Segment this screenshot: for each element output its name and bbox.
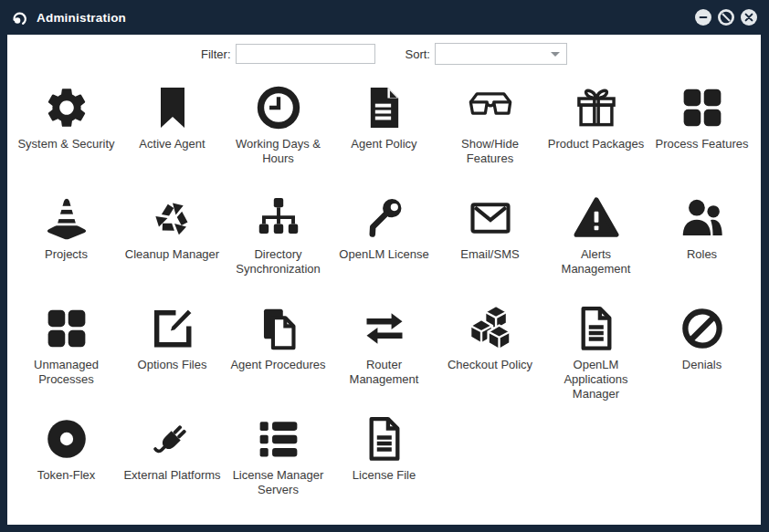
window-controls <box>695 9 757 26</box>
content-panel: Filter: Sort: System & SecurityActive Ag… <box>7 35 761 525</box>
close-button[interactable] <box>741 9 757 26</box>
grid-item-label: Cleanup Manager <box>125 247 219 262</box>
grid-item-openlm-license[interactable]: OpenLM License <box>332 189 437 299</box>
grid-item-denials[interactable]: Denials <box>649 299 755 410</box>
grid-item-process-features[interactable]: Process Features <box>649 78 755 189</box>
grid-item-cleanup-manager[interactable]: Cleanup Manager <box>120 189 226 299</box>
grid-item-router-management[interactable]: Router Management <box>332 299 437 410</box>
people-icon <box>679 189 726 242</box>
grid-item-label: Unmanaged Processes <box>34 358 99 387</box>
traffic-cone-icon <box>43 189 90 242</box>
grid-item-label: Directory Synchronization <box>236 247 321 276</box>
sort-dropdown[interactable] <box>435 43 567 65</box>
slashed-circle-icon <box>719 10 733 25</box>
grid-item-label: Working Days & Hours <box>236 137 321 166</box>
chevron-down-icon <box>551 52 560 57</box>
block-button[interactable] <box>718 9 734 26</box>
transfer-arrows-icon <box>361 299 408 352</box>
gift-icon <box>573 78 620 131</box>
openlm-logo-icon <box>9 8 28 27</box>
grid-item-license-file[interactable]: License File <box>332 410 437 520</box>
warning-triangle-icon <box>573 189 620 242</box>
grid-item-label: Token-Flex <box>37 468 96 483</box>
donut-icon <box>43 410 90 463</box>
x-circle-icon <box>743 11 755 24</box>
grid-item-checkout-policy[interactable]: Checkout Policy <box>437 299 543 410</box>
grid-item-license-manager-servers[interactable]: License Manager Servers <box>226 410 332 520</box>
grid-item-label: Denials <box>682 358 722 372</box>
minimize-button[interactable] <box>695 9 711 26</box>
grid-item-label: Product Packages <box>548 137 645 151</box>
envelope-icon <box>467 189 514 242</box>
grid-item-unmanaged-processes[interactable]: Unmanaged Processes <box>14 299 120 410</box>
grid-item-label: License File <box>353 468 416 483</box>
recycle-icon <box>149 189 196 242</box>
grid-item-label: OpenLM License <box>339 247 428 262</box>
grid-item-agent-procedures[interactable]: Agent Procedures <box>226 299 332 410</box>
grid-item-label: System & Security <box>17 137 114 151</box>
bookmark-icon <box>149 78 196 131</box>
grid-item-token-flex[interactable]: Token-Flex <box>14 410 120 520</box>
grid-item-label: Process Features <box>656 137 749 151</box>
grid-squares-icon <box>679 78 726 131</box>
plug-icon <box>149 410 196 463</box>
grid-item-label: Alerts Management <box>562 247 631 276</box>
toolbar: Filter: Sort: <box>7 43 761 65</box>
filter-input[interactable] <box>236 44 375 64</box>
grid-item-alerts-management[interactable]: Alerts Management <box>543 189 649 299</box>
sitemap-icon <box>255 189 302 242</box>
grid-item-label: Show/Hide Features <box>461 137 519 166</box>
grid-item-label: Projects <box>45 247 88 262</box>
glasses-icon <box>467 78 514 131</box>
grid-item-label: Roles <box>687 247 717 262</box>
cubes-icon <box>467 299 514 352</box>
documents-icon <box>255 299 302 352</box>
grid-item-active-agent[interactable]: Active Agent <box>120 78 226 189</box>
grid-item-label: Checkout Policy <box>448 358 532 372</box>
grid-item-system-security[interactable]: System & Security <box>14 78 120 189</box>
document-lines-icon <box>573 299 620 352</box>
grid-item-product-packages[interactable]: Product Packages <box>543 78 649 189</box>
grid-item-label: Agent Procedures <box>230 358 325 372</box>
icon-grid: System & SecurityActive AgentWorking Day… <box>14 78 755 520</box>
sort-label: Sort: <box>406 47 430 61</box>
ban-icon <box>679 299 726 352</box>
edit-square-icon <box>149 299 196 352</box>
grid-item-working-days-hours[interactable]: Working Days & Hours <box>226 78 332 189</box>
gear-icon <box>43 78 90 131</box>
server-list-icon <box>255 410 302 463</box>
window-title: Administration <box>37 11 126 25</box>
grid-item-label: External Platforms <box>123 468 220 483</box>
grid-item-label: Agent Policy <box>351 137 416 151</box>
grid-item-external-platforms[interactable]: External Platforms <box>120 410 226 520</box>
grid-item-options-files[interactable]: Options Files <box>120 299 226 410</box>
document-filled-icon <box>361 78 408 131</box>
grid-item-label: License Manager Servers <box>233 468 324 497</box>
grid-item-label: OpenLM Applications Manager <box>564 358 627 402</box>
titlebar: Administration <box>0 0 769 35</box>
grid-item-directory-synchronization[interactable]: Directory Synchronization <box>226 189 332 299</box>
grid-item-roles[interactable]: Roles <box>649 189 755 299</box>
grid-item-projects[interactable]: Projects <box>14 189 120 299</box>
clock-icon <box>255 78 302 131</box>
administration-window: Administration <box>0 0 769 532</box>
key-icon <box>361 189 408 242</box>
grid-item-label: Active Agent <box>139 137 205 151</box>
grid-item-label: Router Management <box>350 358 419 387</box>
grid-item-label: Email/SMS <box>460 247 519 262</box>
grid-item-email-sms[interactable]: Email/SMS <box>437 189 543 299</box>
grid-squares-icon <box>43 299 90 352</box>
grid-item-agent-policy[interactable]: Agent Policy <box>332 78 437 189</box>
document-lines-icon <box>361 410 408 463</box>
filter-label: Filter: <box>201 47 231 61</box>
grid-item-openlm-applications-manager[interactable]: OpenLM Applications Manager <box>543 299 649 410</box>
grid-item-label: Options Files <box>138 358 207 372</box>
minus-circle-icon <box>697 11 710 24</box>
grid-item-show-hide-features[interactable]: Show/Hide Features <box>437 78 543 189</box>
